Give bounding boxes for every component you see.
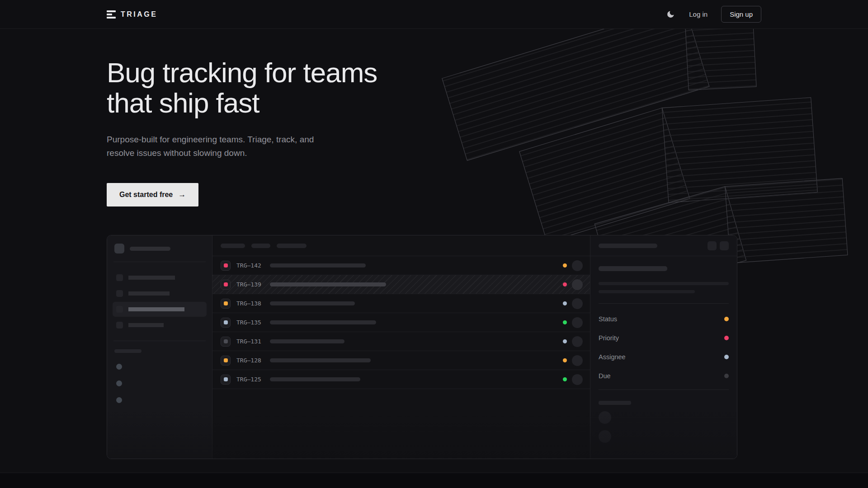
mockup-dot-skeleton (116, 397, 122, 403)
mockup-section-label-skeleton (114, 349, 142, 353)
issue-status-dot (563, 320, 567, 324)
issue-title-skeleton (270, 339, 344, 343)
hero-title: Bug tracking for teams that ship fast (107, 58, 868, 118)
mockup-panel-header (590, 235, 737, 256)
property-value-dot (724, 336, 729, 340)
property-label: Due (599, 372, 611, 380)
issue-row: TRG–131 (212, 332, 590, 351)
issue-title-skeleton (270, 282, 386, 286)
signup-button[interactable]: Sign up (721, 6, 761, 23)
issue-row: TRG–125 (212, 370, 590, 389)
property-row: Assignee (599, 353, 729, 361)
panel-avatar-skeleton (599, 411, 611, 424)
mockup-dot-skeleton (116, 364, 122, 370)
app-mockup: TRG–142 TRG–139 TRG–138 (107, 235, 737, 459)
issue-status-dot (563, 263, 567, 267)
issue-id: TRG–125 (236, 376, 266, 383)
theme-toggle-button[interactable] (665, 9, 675, 19)
panel-text-skeleton (599, 282, 729, 285)
issue-type-icon (221, 318, 231, 328)
mockup-nav-item (113, 318, 207, 333)
issue-status-dot (563, 358, 567, 362)
issue-row: TRG–135 (212, 313, 590, 332)
issue-id: TRG–139 (236, 281, 266, 288)
property-label: Status (599, 315, 617, 323)
property-row: Status (599, 315, 729, 323)
issue-id: TRG–142 (236, 262, 266, 269)
mockup-dot-skeleton (116, 380, 122, 386)
issue-type-icon (221, 280, 231, 290)
panel-text-skeleton (599, 290, 695, 293)
issue-id: TRG–128 (236, 357, 266, 364)
issue-assignee-avatar (572, 355, 583, 366)
issue-assignee-avatar (572, 374, 583, 385)
issue-id: TRG–135 (236, 319, 266, 326)
login-link[interactable]: Log in (689, 10, 708, 18)
brand-name: TRIAGE (121, 10, 157, 19)
issue-type-icon (221, 261, 231, 271)
issue-status-dot (563, 282, 567, 286)
issue-id: TRG–131 (236, 338, 266, 345)
issue-title-skeleton (270, 358, 371, 362)
issue-assignee-avatar (572, 317, 583, 328)
brand[interactable]: TRIAGE (107, 10, 157, 19)
nav-actions: Log in Sign up (665, 6, 761, 23)
issue-type-icon (221, 337, 231, 347)
issue-id: TRG–138 (236, 300, 266, 307)
issue-title-skeleton (270, 377, 360, 381)
issue-row: TRG–142 (212, 256, 590, 275)
panel-action-skeleton (720, 241, 729, 250)
issue-type-icon (221, 299, 231, 309)
issue-row-selected: TRG–139 (212, 275, 590, 294)
property-value-dot (724, 374, 729, 378)
triage-logo-icon (107, 10, 116, 19)
panel-title-skeleton (599, 266, 667, 271)
issue-status-dot (563, 301, 567, 305)
property-value-dot (724, 355, 729, 359)
mockup-panel-body: Status Priority Assignee Due (590, 256, 737, 453)
mockup-issue-list: TRG–142 TRG–139 TRG–138 (212, 235, 590, 459)
panel-action-skeleton (708, 241, 717, 250)
issue-title-skeleton (270, 301, 355, 305)
footer-band (0, 473, 868, 488)
landing-page: TRIAGE Log in Sign up Bug tracking for t… (0, 0, 868, 488)
issue-type-icon (221, 375, 231, 385)
arrow-right-icon: → (178, 190, 186, 199)
property-value-dot (724, 317, 729, 321)
issue-assignee-avatar (572, 298, 583, 309)
top-nav: TRIAGE Log in Sign up (0, 0, 868, 29)
get-started-button[interactable]: Get started free → (107, 183, 198, 206)
property-row: Priority (599, 334, 729, 342)
moon-icon (666, 10, 675, 19)
hero-section: Bug tracking for teams that ship fast Pu… (0, 29, 868, 206)
issue-assignee-avatar (572, 336, 583, 347)
mockup-sidebar (107, 235, 212, 459)
mockup-detail-panel: Status Priority Assignee Due (590, 235, 737, 459)
property-label: Assignee (599, 353, 626, 361)
issue-row: TRG–138 (212, 294, 590, 313)
mockup-list-header (212, 235, 590, 256)
property-row: Due (599, 372, 729, 380)
issue-assignee-avatar (572, 260, 583, 271)
issue-row: TRG–128 (212, 351, 590, 370)
hero-subtitle: Purpose-built for engineering teams. Tri… (107, 133, 868, 160)
mockup-nav-item (113, 286, 207, 301)
mockup-nav-item (113, 270, 207, 285)
issue-title-skeleton (270, 263, 366, 267)
issue-assignee-avatar (572, 279, 583, 290)
issue-status-dot (563, 377, 567, 381)
issue-status-dot (563, 339, 567, 343)
issue-type-icon (221, 356, 231, 366)
issue-title-skeleton (270, 320, 376, 324)
mockup-workspace-switcher (114, 244, 205, 253)
panel-avatar-skeleton (599, 430, 611, 443)
property-label: Priority (599, 334, 619, 342)
panel-section-skeleton (599, 401, 631, 405)
mockup-nav-item-active (113, 302, 207, 317)
